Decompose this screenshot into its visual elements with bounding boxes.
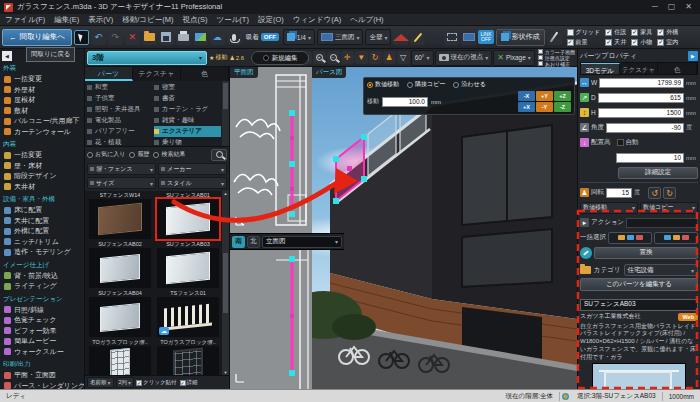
- fence-handle[interactable]: [289, 161, 295, 167]
- shape-create-button[interactable]: 形状作成: [496, 29, 545, 46]
- rotate-view-icon[interactable]: ↻: [369, 51, 382, 64]
- view-option-checkbox-2[interactable]: あおり補正: [538, 61, 575, 67]
- south-view-button[interactable]: 南: [232, 236, 245, 248]
- link-toggle[interactable]: LINK OFF: [478, 30, 493, 44]
- move-view-icon[interactable]: ✛: [341, 51, 354, 64]
- layer-checkbox-4[interactable]: ✓前景: [567, 37, 601, 47]
- category-item[interactable]: バリアフリー: [87, 126, 154, 137]
- auto-checkbox[interactable]: [617, 139, 624, 146]
- sidebar-item[interactable]: ウォークスルー: [2, 347, 84, 358]
- sidebar-item[interactable]: 壁・床材: [2, 161, 84, 172]
- scrollbar-thumb[interactable]: [223, 83, 228, 109]
- part-thumbnail-image[interactable]: [157, 199, 219, 239]
- field-input[interactable]: [598, 108, 684, 118]
- menu-item-7[interactable]: ウィンドウ(A): [293, 15, 341, 25]
- axis-button-+Y[interactable]: +Y: [536, 91, 553, 101]
- batch-select-button-2[interactable]: [654, 232, 698, 244]
- category-scrollbar[interactable]: [222, 81, 229, 146]
- view-layout-select[interactable]: 三面図 ▾: [317, 29, 364, 45]
- magic-wand-icon[interactable]: [410, 30, 425, 45]
- menu-item-0[interactable]: ファイル(F): [5, 15, 45, 25]
- batch-select-button-1[interactable]: [608, 232, 652, 244]
- sidebar-collapse-button[interactable]: ◀: [2, 51, 12, 61]
- filter-dropdown-1[interactable]: メーカー▾: [158, 163, 227, 175]
- sidebar-item[interactable]: 造作・モデリング: [2, 247, 84, 258]
- menu-item-8[interactable]: ヘルプ(H): [350, 15, 383, 25]
- part-thumbnail-image[interactable]: [89, 248, 151, 288]
- axis-button--Y[interactable]: -Y: [536, 102, 553, 112]
- parts-tab-0[interactable]: パーツ: [85, 67, 133, 81]
- category-item[interactable]: 花・植栽: [87, 137, 154, 148]
- part-thumbnail-image[interactable]: ☁: [157, 297, 219, 337]
- menu-item-2[interactable]: 表示(V): [88, 15, 113, 25]
- category-item[interactable]: エクステリア: [154, 126, 221, 137]
- part-thumbnail[interactable]: SUフェンスAB04: [87, 290, 153, 337]
- fence-handle[interactable]: [289, 256, 295, 262]
- sidebar-item[interactable]: 日照/斜線: [2, 305, 84, 316]
- category-item[interactable]: 乗り物: [154, 137, 221, 148]
- sidebar-item[interactable]: 屋根材: [2, 95, 84, 106]
- category-item[interactable]: 子供室: [87, 93, 154, 104]
- sidebar-item[interactable]: 外構に配置: [2, 226, 84, 237]
- select-tool-icon[interactable]: [74, 30, 89, 45]
- part-thumbnail[interactable]: SUフェンスAB01: [155, 192, 221, 239]
- category-item[interactable]: 書斎: [154, 93, 221, 104]
- microphone-icon[interactable]: [227, 30, 242, 45]
- parts-radio-0[interactable]: お気に入り: [87, 150, 125, 159]
- sidebar-item[interactable]: 一括変更: [2, 74, 84, 85]
- sidebar-item[interactable]: 天井材: [2, 182, 84, 193]
- move-mode-radio-0[interactable]: 数値移動: [367, 80, 399, 89]
- numeric-move-select[interactable]: 数値移動 ▾: [580, 202, 638, 214]
- zoom-out-icon[interactable]: −: [327, 51, 340, 64]
- axis-button--X[interactable]: -X: [518, 91, 535, 101]
- menu-item-1[interactable]: 編集(E): [54, 15, 79, 25]
- sidebar-item[interactable]: 簡単ムービー: [2, 336, 84, 347]
- property-tab-1[interactable]: テクスチャ: [620, 63, 659, 74]
- zoom-in-icon[interactable]: +: [313, 51, 326, 64]
- eye-height-icon[interactable]: ♟: [383, 51, 396, 64]
- property-tab-0[interactable]: 3Dモデル: [581, 63, 620, 74]
- parts-tab-2[interactable]: 色: [181, 67, 229, 81]
- part-thumbnail[interactable]: SUフェンスAB03: [155, 241, 221, 288]
- open-file-icon[interactable]: [142, 30, 157, 45]
- move-mode-radio-1[interactable]: 隣接コピー: [407, 80, 445, 89]
- fence-handle[interactable]: [333, 156, 339, 162]
- axis-button--Z[interactable]: -Z: [554, 102, 571, 112]
- floor-select[interactable]: 3階 ▾: [87, 51, 207, 65]
- new-edit-button[interactable]: 新規編集: [251, 51, 309, 65]
- view-angle-select[interactable]: 60° ▾: [411, 50, 434, 66]
- sidebar-item[interactable]: 階段デザイン: [2, 171, 84, 182]
- print-icon[interactable]: [176, 30, 191, 45]
- layer-checkbox-1[interactable]: ✓住設: [605, 27, 626, 37]
- scroll-up-icon[interactable]: ▲: [224, 191, 228, 196]
- perspective-view[interactable]: パース図: [312, 67, 577, 389]
- part-thumbnail-image[interactable]: [157, 248, 219, 288]
- footer-checkbox-1[interactable]: ✓詳細: [180, 379, 198, 386]
- expand-panel-button[interactable]: ▶: [688, 51, 698, 61]
- part-thumbnail-image[interactable]: [89, 297, 151, 337]
- part-thumbnail[interactable]: SUフェンスAB02: [87, 241, 153, 288]
- sort-select[interactable]: 名前順 ▾: [87, 377, 114, 388]
- layer-checkbox-6[interactable]: ✓小物: [631, 37, 652, 47]
- elevation-view-select[interactable]: 立面図 ▾: [262, 236, 342, 248]
- category-item[interactable]: カーテン・ラグ: [154, 104, 221, 115]
- replace-button[interactable]: 置換: [594, 247, 698, 259]
- layer-checkbox-7[interactable]: ✓室内: [657, 37, 678, 47]
- part-thumbnail[interactable]: STフェンスW14: [87, 192, 153, 239]
- search-button[interactable]: [211, 149, 227, 161]
- sidebar-item[interactable]: 天井に配置: [2, 216, 84, 227]
- thumbnail-scrollbar[interactable]: ▲ ▼: [222, 191, 229, 375]
- link-icon[interactable]: [580, 247, 592, 259]
- parts-tab-1[interactable]: テクスチャ: [133, 67, 181, 81]
- filter-dropdown-3[interactable]: スタイル▾: [158, 177, 227, 189]
- layer-checkbox-0[interactable]: グリッド: [567, 27, 601, 37]
- placement-input[interactable]: [616, 153, 684, 163]
- parts-radio-2[interactable]: 検索結果: [153, 150, 185, 159]
- delete-icon[interactable]: ✕: [125, 30, 140, 45]
- menu-item-5[interactable]: ツール(T): [216, 15, 248, 25]
- category-select[interactable]: 住宅設備 ▾: [624, 264, 698, 276]
- pixage-select[interactable]: ✕ Pixage ▾: [493, 50, 535, 66]
- parts-radio-1[interactable]: 履歴: [129, 150, 149, 159]
- rotate-ccw-button[interactable]: ↺: [648, 187, 661, 199]
- category-item[interactable]: 寝室: [154, 82, 221, 93]
